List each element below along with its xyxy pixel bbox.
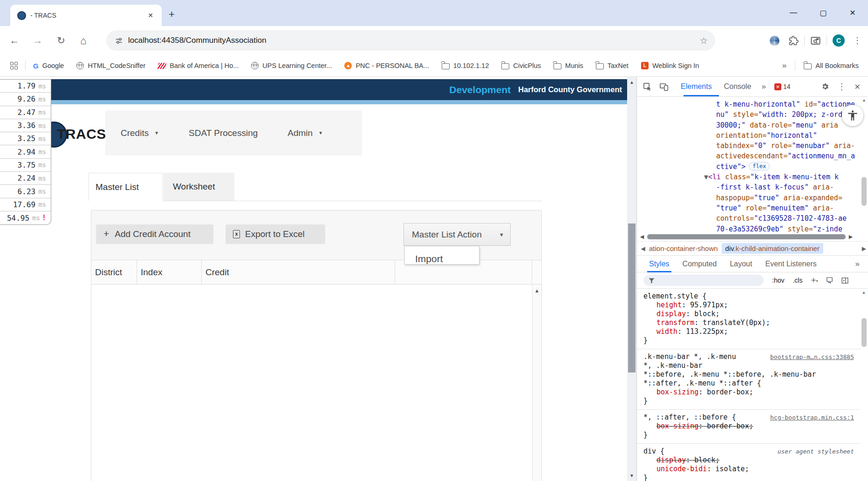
profiler-row[interactable]: 17.69ms (0, 198, 51, 211)
dom-tree-hscrollbar[interactable]: ◀ ▶ (637, 233, 868, 241)
grid-scrollbar[interactable]: ▲ (532, 285, 541, 481)
page-scrollbar[interactable]: ▲ ▼ (627, 77, 636, 481)
browser-menu-icon[interactable]: ⋮ (853, 35, 861, 46)
gear-icon[interactable] (821, 82, 829, 91)
bookmark-item[interactable]: Munis (554, 62, 583, 69)
miniprofiler-widget[interactable]: 1.79ms9.26ms2.47ms3.36ms3.25ms2.94ms3.75… (0, 79, 51, 225)
bookmark-item[interactable]: TaxNet (596, 62, 629, 69)
bookmark-item[interactable]: 10.102.1.12 (442, 62, 489, 69)
tab-close-icon[interactable]: ✕ (146, 12, 155, 19)
profiler-row[interactable]: 3.36ms (0, 119, 51, 132)
dom-tree-line[interactable]: controls="c1369528-7102-4783-ae (637, 213, 860, 224)
sidebar-panel-icon[interactable] (841, 277, 849, 285)
tab-master-list[interactable]: Master List (89, 173, 163, 201)
scroll-left-icon[interactable]: ◀ (637, 234, 647, 240)
inspect-element-icon[interactable] (642, 82, 652, 91)
css-property[interactable]: display: block; (643, 456, 854, 465)
dom-tree-line[interactable]: 70-e3a53269c9eb" style="z-inde (637, 224, 860, 233)
css-property[interactable]: box-sizing: border-box; (643, 422, 854, 431)
scroll-up-icon[interactable]: ▲ (533, 285, 541, 293)
profile-avatar[interactable]: C (833, 34, 845, 47)
add-credit-account-button[interactable]: + Add Credit Account (96, 224, 213, 244)
bookmark-item[interactable]: UPS Learning Center... (251, 62, 332, 69)
dom-tree-line[interactable]: -first k-last k-focus" aria- (637, 182, 860, 192)
scrollbar-thumb[interactable] (647, 234, 846, 239)
breadcrumb-left-icon[interactable]: ◀ (637, 245, 649, 252)
apps-grid-icon[interactable] (10, 62, 18, 69)
css-property[interactable]: display: block; (643, 310, 854, 318)
dom-tree-line[interactable]: t k-menu-horizontal" id="actionme (637, 99, 860, 109)
new-style-rule-button[interactable]: +▾ (811, 275, 818, 285)
more-sidebar-tabs-chevron[interactable]: » (855, 259, 860, 269)
css-property[interactable]: width: 113.225px; (643, 327, 854, 336)
window-minimize-button[interactable]: — (786, 8, 800, 17)
devtools-tab-console[interactable]: Console (724, 82, 752, 91)
profiler-row[interactable]: 9.26ms (0, 93, 51, 106)
window-maximize-button[interactable]: ▢ (816, 8, 830, 17)
home-button[interactable]: ⌂ (75, 34, 91, 47)
flex-badge[interactable]: flex (749, 162, 770, 170)
menu-item-import[interactable]: Import (405, 246, 479, 264)
extension-icon[interactable] (770, 36, 779, 46)
bookmark-item[interactable]: Bank of America | Ho... (158, 62, 239, 69)
profiler-row[interactable]: 2.47ms (0, 106, 51, 119)
styles-pane[interactable]: element.style {height: 95.971px;display:… (637, 289, 861, 481)
profiler-row[interactable]: 6.23ms (0, 185, 51, 198)
devtools-menu-icon[interactable]: ⋮ (838, 81, 846, 92)
dom-tree-line[interactable]: 30000;" data-role="menu" aria (637, 120, 860, 130)
new-tab-button[interactable]: + (169, 8, 175, 20)
toggle-hover-state[interactable]: :hov (772, 277, 784, 284)
forward-button[interactable]: → (30, 35, 46, 46)
issues-badge[interactable]: ✕ 14 (774, 83, 791, 90)
scroll-right-icon[interactable]: ▶ (846, 234, 856, 240)
sidebar-tab-event-listeners[interactable]: Event Listeners (765, 256, 816, 272)
address-bar[interactable]: localhost:44358/CommunityAssociation ☆ (106, 30, 715, 51)
device-toolbar-icon[interactable] (659, 82, 669, 91)
more-tabs-chevron[interactable]: » (761, 82, 765, 91)
window-close-button[interactable]: ✕ (846, 8, 860, 17)
tab-search-icon[interactable] (810, 35, 821, 46)
toggle-class[interactable]: .cls (793, 277, 802, 284)
scrollbar-thumb[interactable] (628, 224, 636, 373)
dom-tree-line[interactable]: ctive">flex (637, 162, 860, 172)
css-property[interactable]: transform: translateY(0px); (643, 318, 854, 327)
scrollbar-thumb[interactable] (861, 318, 867, 347)
css-source-link[interactable]: user agent stylesheet (778, 447, 854, 456)
dom-tree-line[interactable]: activedescendant="actionmenu_mn_a (637, 151, 860, 161)
all-bookmarks-button[interactable]: All Bookmarks (804, 62, 859, 69)
scroll-up-icon[interactable]: ▲ (627, 80, 636, 85)
bookmark-star-icon[interactable]: ☆ (700, 35, 708, 46)
menu-item-credits[interactable]: Credits▼ (121, 128, 159, 138)
bookmark-item[interactable]: CivicPlus (501, 62, 541, 69)
scrollbar-thumb[interactable] (861, 177, 867, 206)
scroll-up-icon[interactable]: ▲ (861, 290, 867, 295)
extensions-puzzle-icon[interactable] (789, 36, 799, 46)
styles-filter-input[interactable] (643, 275, 764, 286)
url-text[interactable]: localhost:44358/CommunityAssociation (128, 36, 700, 45)
dom-tree[interactable]: t k-menu-horizontal" id="actionmenu" sty… (637, 98, 860, 233)
bookmark-item[interactable]: GGoogle (33, 62, 64, 70)
bookmark-item[interactable]: HTML_CodeSniffer (76, 62, 145, 69)
profiler-row[interactable]: 1.79ms (0, 80, 51, 93)
rendering-emulation-icon[interactable] (826, 277, 834, 285)
sidebar-tab-computed[interactable]: Computed (683, 256, 717, 272)
profiler-row[interactable]: 2.24ms (0, 172, 51, 185)
sidebar-tab-styles[interactable]: Styles (649, 256, 670, 272)
css-property[interactable]: unicode-bidi: isolate; (643, 465, 854, 474)
dom-tree-line[interactable]: nu" style="width: 200px; z-order: (637, 109, 860, 120)
dom-tree-line[interactable]: tabindex="0" role="menubar" aria- (637, 141, 860, 151)
breadcrumb-item[interactable]: ation-container-shown (649, 244, 718, 252)
devtools-tab-elements[interactable]: Elements (681, 82, 712, 91)
menu-item-admin[interactable]: Admin▼ (287, 128, 323, 138)
back-button[interactable]: ← (7, 35, 22, 46)
dom-tree-line[interactable]: ▼<li class="k-item k-menu-item k (637, 172, 860, 182)
browser-tab[interactable]: - TRACS ✕ (10, 5, 162, 26)
accessibility-floating-button[interactable] (842, 105, 863, 126)
site-info-icon[interactable] (115, 36, 123, 45)
css-property[interactable]: height: 95.971px; (643, 301, 854, 310)
bookmark-item[interactable]: ▲PNC - PERSONAL BA... (344, 62, 429, 69)
menu-item-sdat-processing[interactable]: SDAT Processing (189, 128, 258, 138)
profiler-row[interactable]: 3.25ms (0, 132, 51, 145)
breadcrumb-item-selected[interactable]: div.k-child-animation-container (722, 243, 823, 254)
profiler-row[interactable]: 2.94ms (0, 145, 51, 158)
